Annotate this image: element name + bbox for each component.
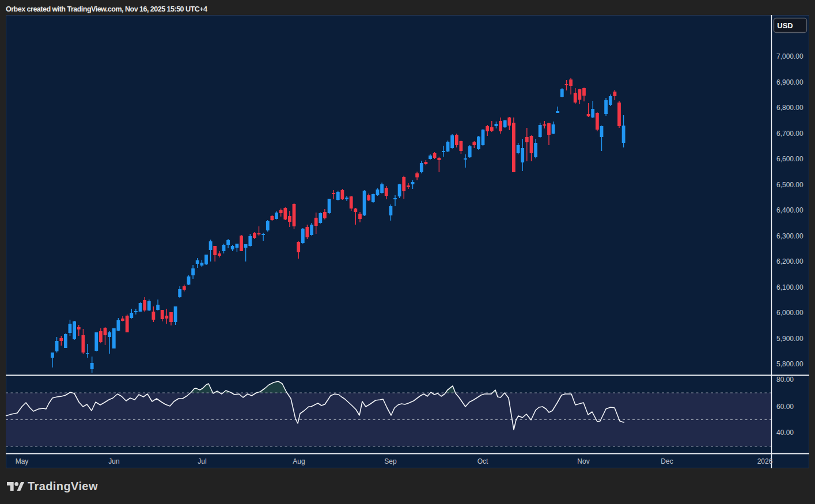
svg-text:May: May (16, 457, 29, 465)
svg-text:6,200.00: 6,200.00 (776, 257, 803, 266)
svg-text:6,500.00: 6,500.00 (776, 181, 803, 189)
svg-text:Sep: Sep (384, 457, 397, 465)
svg-text:Nov: Nov (577, 457, 589, 465)
svg-text:2026: 2026 (757, 457, 773, 465)
svg-text:USD: USD (777, 21, 793, 30)
svg-text:6,900.00: 6,900.00 (776, 78, 803, 86)
svg-text:80.00: 80.00 (776, 376, 794, 384)
svg-text:6,000.00: 6,000.00 (776, 309, 803, 317)
svg-text:Jul: Jul (198, 457, 206, 465)
svg-text:7,000.00: 7,000.00 (776, 52, 803, 60)
svg-text:6,400.00: 6,400.00 (776, 206, 803, 214)
svg-text:Oct: Oct (477, 457, 488, 465)
svg-text:5,900.00: 5,900.00 (776, 335, 803, 343)
svg-text:6,300.00: 6,300.00 (776, 232, 803, 240)
svg-text:Jun: Jun (108, 457, 119, 465)
svg-text:Aug: Aug (293, 457, 305, 465)
svg-text:40.00: 40.00 (776, 429, 794, 437)
svg-text:Dec: Dec (661, 457, 673, 465)
svg-text:6,100.00: 6,100.00 (776, 283, 803, 291)
svg-text:6,600.00: 6,600.00 (776, 155, 803, 163)
svg-text:TradingView: TradingView (28, 480, 98, 492)
svg-text:60.00: 60.00 (776, 403, 794, 411)
svg-text:5,800.00: 5,800.00 (776, 360, 803, 368)
svg-text:6,800.00: 6,800.00 (776, 104, 803, 112)
svg-text:Orbex created with TradingView: Orbex created with TradingView.com, Nov … (6, 5, 207, 13)
svg-text:6,700.00: 6,700.00 (776, 130, 803, 138)
